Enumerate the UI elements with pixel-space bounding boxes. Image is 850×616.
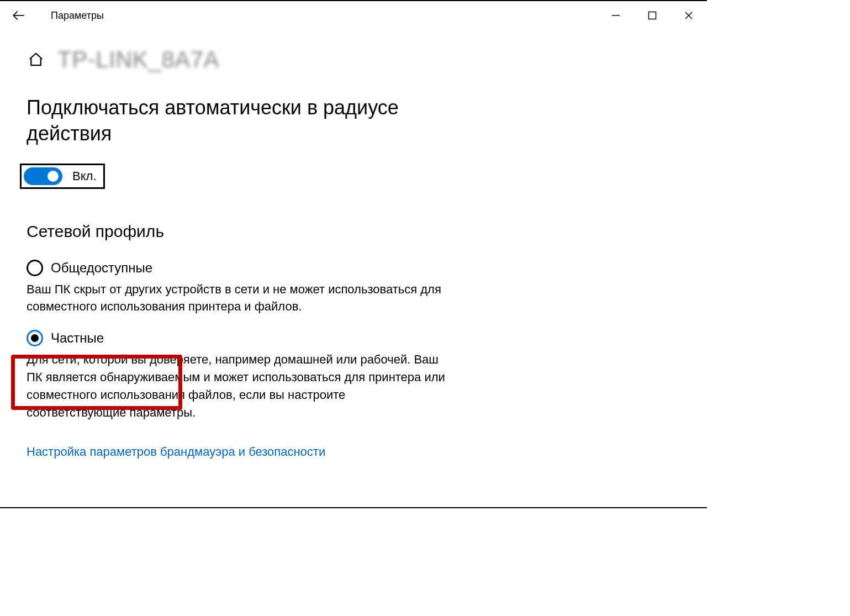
minimize-button[interactable] bbox=[598, 1, 634, 30]
radio-icon-unselected bbox=[27, 260, 43, 276]
window-title: Параметры bbox=[51, 10, 104, 22]
radio-private[interactable]: Частные bbox=[27, 330, 680, 346]
radio-public-description: Ваш ПК скрыт от других устройств в сети … bbox=[27, 281, 446, 316]
radio-public[interactable]: Общедоступные bbox=[27, 260, 680, 276]
toggle-switch-icon bbox=[24, 167, 62, 185]
page-title: TP-LINK_8A7A bbox=[57, 46, 219, 73]
titlebar: Параметры bbox=[0, 1, 707, 30]
close-button[interactable] bbox=[671, 1, 707, 30]
svg-rect-2 bbox=[649, 12, 656, 19]
auto-connect-toggle[interactable]: Вкл. bbox=[20, 164, 105, 189]
radio-private-label: Частные bbox=[51, 330, 104, 346]
back-button[interactable] bbox=[11, 8, 27, 23]
home-icon[interactable] bbox=[27, 50, 45, 69]
maximize-button[interactable] bbox=[634, 1, 671, 30]
auto-connect-heading: Подключаться автоматически в радиусе дей… bbox=[27, 95, 413, 147]
radio-icon-selected bbox=[27, 330, 43, 346]
radio-private-description: Для сети, которой вы доверяете, например… bbox=[27, 351, 446, 422]
settings-window: Параметры TP-LINK_8A7A Подключатьс bbox=[0, 0, 707, 508]
toggle-state-label: Вкл. bbox=[72, 169, 97, 183]
firewall-settings-link[interactable]: Настройка параметров брандмауэра и безоп… bbox=[27, 445, 325, 459]
network-profile-heading: Сетевой профиль bbox=[27, 222, 680, 241]
radio-public-label: Общедоступные bbox=[51, 260, 152, 276]
